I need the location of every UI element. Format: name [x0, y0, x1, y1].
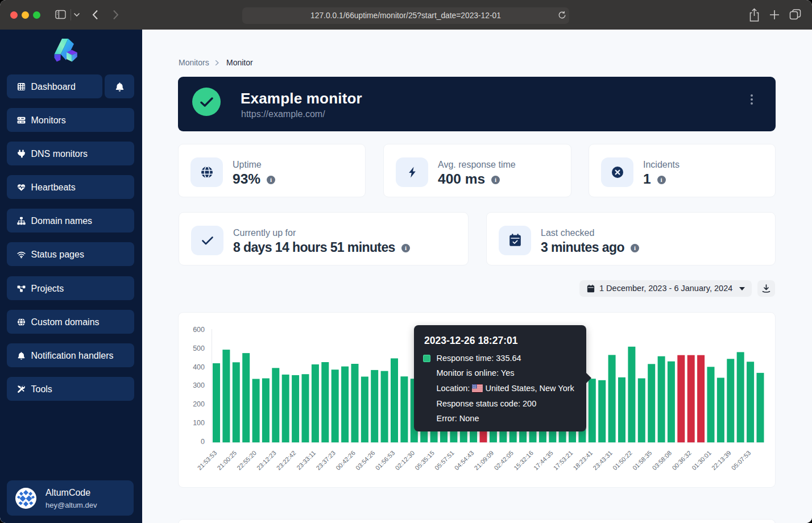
svg-text:21:53:53: 21:53:53: [196, 449, 218, 471]
svg-text:03:54:26: 03:54:26: [354, 449, 376, 471]
svg-text:22:13:39: 22:13:39: [710, 449, 732, 471]
svg-text:100: 100: [193, 419, 205, 427]
svg-text:18:23:41: 18:23:41: [571, 449, 594, 471]
svg-text:23:22:42: 23:22:42: [275, 449, 297, 471]
svg-text:01:50:22: 01:50:22: [611, 449, 633, 471]
svg-text:21:09:09: 21:09:09: [473, 449, 495, 471]
svg-text:0: 0: [201, 438, 205, 446]
svg-text:21:00:25: 21:00:25: [216, 449, 238, 471]
svg-text:01:58:35: 01:58:35: [631, 449, 653, 471]
svg-text:15:32:16: 15:32:16: [512, 449, 535, 471]
svg-text:23:43:31: 23:43:31: [591, 449, 614, 471]
svg-text:04:54:43: 04:54:43: [453, 449, 475, 471]
svg-text:300: 300: [193, 381, 205, 389]
svg-text:22:55:20: 22:55:20: [235, 449, 258, 471]
svg-text:02:42:05: 02:42:05: [492, 449, 515, 471]
svg-text:23:37:23: 23:37:23: [314, 449, 337, 471]
svg-text:05:07:53: 05:07:53: [730, 449, 752, 471]
svg-text:05:57:51: 05:57:51: [433, 449, 455, 471]
svg-text:23:12:23: 23:12:23: [255, 449, 277, 471]
svg-text:600: 600: [193, 326, 205, 334]
svg-text:05:35:15: 05:35:15: [413, 449, 436, 471]
svg-text:00:36:32: 00:36:32: [670, 449, 693, 471]
svg-text:23:33:11: 23:33:11: [295, 449, 317, 471]
svg-text:00:42:26: 00:42:26: [334, 449, 357, 471]
svg-text:500: 500: [193, 344, 205, 352]
svg-text:200: 200: [193, 400, 205, 408]
svg-text:17:53:21: 17:53:21: [552, 449, 574, 471]
svg-text:03:58:08: 03:58:08: [651, 449, 673, 471]
svg-text:01:56:53: 01:56:53: [374, 449, 396, 471]
svg-text:400: 400: [193, 363, 205, 371]
svg-text:17:44:35: 17:44:35: [532, 449, 554, 471]
svg-text:01:30:01: 01:30:01: [690, 449, 712, 471]
svg-text:02:12:30: 02:12:30: [393, 449, 416, 471]
